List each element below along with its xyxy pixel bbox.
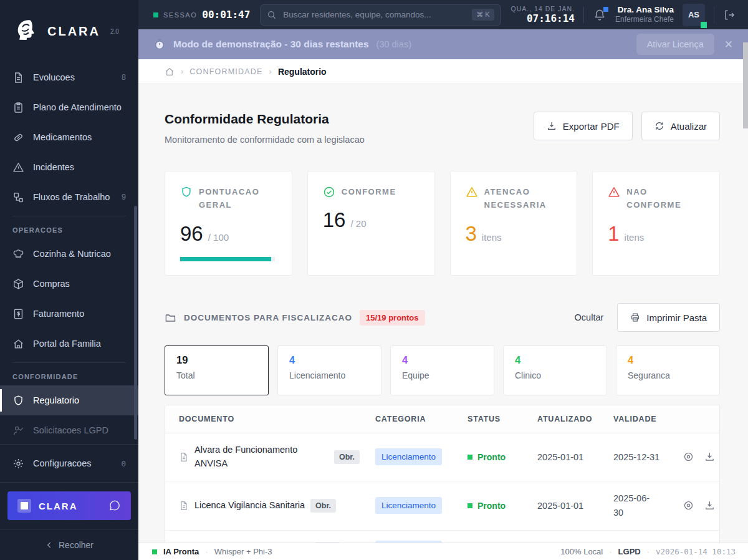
updated-date: 2025-01-01 bbox=[534, 491, 610, 521]
folder-icon bbox=[165, 312, 176, 324]
hide-link[interactable]: Ocultar bbox=[575, 312, 604, 322]
sidebar-item-configuracoes[interactable]: Configuracoes 0 bbox=[0, 445, 138, 482]
sidebar-scrollbar[interactable] bbox=[134, 206, 137, 440]
sidebar-item-medicamentos[interactable]: Medicamentos bbox=[0, 122, 138, 152]
notification-badge bbox=[603, 7, 608, 12]
mandatory-badge: Obr. bbox=[310, 499, 336, 513]
stat-card-conforme: CONFORME 16 / 20 bbox=[307, 171, 435, 276]
lgpd-label: LGPD bbox=[618, 547, 641, 556]
filter-seguranca[interactable]: 4 Seguranca bbox=[616, 345, 720, 395]
sidebar-item-fluxos-de-trabalho[interactable]: Fluxos de Trabalho 9 bbox=[0, 182, 138, 212]
table-row: AVCB - Corpo de Bombeiros Obr. Licenciam… bbox=[165, 531, 719, 543]
badge: 8 bbox=[122, 73, 126, 82]
chevron-left-icon bbox=[45, 541, 54, 549]
refresh-button[interactable]: Atualizar bbox=[641, 112, 720, 140]
sidebar-item-evolucoes[interactable]: Evolucoes 8 bbox=[0, 62, 138, 92]
warning-triangle-icon bbox=[12, 162, 24, 173]
clara-assistant-block: CLARA bbox=[0, 482, 138, 529]
app-window: CLARA 2.0 Evolucoes 8 Plano de Atendimen… bbox=[0, 0, 748, 560]
valid-date: 2025-06-30 bbox=[613, 491, 658, 520]
sidebar-item-cozinha-nutricao[interactable]: Cozinha & Nutricao bbox=[0, 239, 138, 269]
filter-equipe[interactable]: 4 Equipe bbox=[390, 345, 494, 395]
ready-count-badge: 15/19 prontos bbox=[360, 310, 425, 326]
documents-section-title: DOCUMENTOS PARA FISCALIZACAO bbox=[184, 313, 352, 322]
export-pdf-button[interactable]: Exportar PDF bbox=[534, 112, 633, 140]
status-badge: Pronto bbox=[464, 534, 534, 543]
stop-square-icon bbox=[17, 499, 31, 513]
search-input[interactable] bbox=[283, 10, 466, 19]
category-badge: Licenciamento bbox=[375, 541, 442, 543]
avatar[interactable]: AS bbox=[683, 4, 705, 26]
activate-license-button[interactable]: Ativar Licença bbox=[636, 34, 714, 55]
demo-message: Modo de demonstração - 30 dias restantes bbox=[173, 39, 369, 50]
app-title: CLARA bbox=[47, 24, 100, 39]
chat-bubble-icon bbox=[108, 500, 121, 512]
breadcrumb-current: Regulatorio bbox=[278, 67, 327, 77]
file-icon bbox=[12, 72, 24, 84]
main-scrollbar[interactable] bbox=[743, 42, 748, 128]
page-header: Conformidade Regulatoria Monitoramento d… bbox=[165, 112, 720, 145]
download-icon bbox=[547, 121, 557, 131]
global-search[interactable]: ⌘ K bbox=[260, 4, 501, 26]
status-badge: Pronto bbox=[464, 491, 534, 521]
sidebar-bottom: Configuracoes 0 CLARA Recolher bbox=[0, 444, 138, 560]
notifications-button[interactable] bbox=[593, 8, 607, 22]
valid-date: 2025-10-15 bbox=[610, 534, 679, 543]
session-status-icon bbox=[153, 12, 158, 17]
logo: CLARA 2.0 bbox=[0, 0, 138, 62]
collapse-sidebar-button[interactable]: Recolher bbox=[0, 529, 138, 560]
sidebar-item-portal-da-familia[interactable]: Portal da Familia bbox=[0, 329, 138, 359]
view-icon[interactable] bbox=[683, 500, 694, 511]
sidebar-item-incidentes[interactable]: Incidentes bbox=[0, 152, 138, 182]
stat-cards: PONTUACAO GERAL 96 / 100 CONFORME 16 bbox=[165, 171, 720, 276]
atencao-value: 3 bbox=[466, 222, 477, 246]
home-icon[interactable] bbox=[165, 67, 175, 77]
sidebar-item-compras[interactable]: Compras bbox=[0, 269, 138, 299]
filter-clinico[interactable]: 4 Clinico bbox=[503, 345, 607, 395]
section-label-operacoes: OPERACOES bbox=[0, 216, 138, 239]
topbar: SESSAO 00:01:47 ⌘ K QUA., 14 DE JAN. 07:… bbox=[138, 0, 748, 29]
filter-total[interactable]: 19 Total bbox=[165, 345, 269, 395]
view-icon[interactable] bbox=[683, 451, 694, 462]
file-icon bbox=[179, 501, 189, 511]
category-filters: 19 Total 4 Licenciamento 4 Equipe 4 Clin… bbox=[165, 345, 720, 395]
sidebar-item-plano-de-atendimento[interactable]: Plano de Atendimento bbox=[0, 92, 138, 122]
print-folder-button[interactable]: Imprimir Pasta bbox=[617, 303, 720, 332]
download-icon[interactable] bbox=[704, 451, 715, 462]
divider bbox=[714, 7, 714, 23]
printer-icon bbox=[630, 312, 640, 322]
topbar-right: QUA., 14 DE JAN. 07:16:14 Dra. Ana Silva… bbox=[511, 4, 736, 26]
demo-mode-banner: Modo de demonstração - 30 dias restantes… bbox=[138, 29, 748, 59]
stat-card-atencao-necessaria: ATENCAO NECESSARIA 3 itens bbox=[450, 171, 578, 276]
app-version: 2.0 bbox=[110, 28, 119, 35]
category-badge: Licenciamento bbox=[375, 448, 442, 465]
user-role: Enfermeira Chefe bbox=[615, 15, 674, 24]
page-title: Conformidade Regulatoria bbox=[165, 112, 365, 127]
sidebar-item-faturamento[interactable]: Faturamento bbox=[0, 299, 138, 329]
workflow-icon bbox=[12, 191, 24, 203]
document-name: Licenca Vigilancia Sanitaria bbox=[194, 499, 305, 513]
mandatory-badge: Obr. bbox=[334, 450, 360, 464]
user-info: Dra. Ana Silva Enfermeira Chefe bbox=[615, 5, 674, 25]
filter-licenciamento[interactable]: 4 Licenciamento bbox=[277, 345, 381, 395]
documents-section-header: DOCUMENTOS PARA FISCALIZACAO 15/19 pront… bbox=[165, 303, 720, 332]
logout-icon[interactable] bbox=[723, 9, 736, 21]
ai-model: Whisper + Phi-3 bbox=[214, 547, 272, 556]
table-row: Licenca Vigilancia Sanitaria Obr. Licenc… bbox=[165, 481, 719, 531]
updated-date: 2024-10-15 bbox=[534, 534, 610, 543]
category-badge: Licenciamento bbox=[375, 497, 442, 514]
divider bbox=[583, 7, 584, 23]
document-name: Alvara de Funcionamento ANVISA bbox=[194, 443, 328, 471]
mandatory-badge: Obr. bbox=[315, 542, 340, 543]
file-icon bbox=[179, 452, 189, 462]
download-icon[interactable] bbox=[704, 500, 715, 511]
badge: 9 bbox=[122, 193, 126, 201]
sidebar-item-solicitacoes-lgpd[interactable]: Solicitacoes LGPD bbox=[0, 415, 138, 444]
score-value: 96 bbox=[180, 222, 203, 246]
breadcrumb: › CONFORMIDADE › Regulatorio bbox=[138, 59, 748, 84]
refresh-icon bbox=[654, 121, 664, 131]
sidebar-item-regulatorio[interactable]: Regulatorio bbox=[0, 385, 138, 415]
clara-assistant-button[interactable]: CLARA bbox=[7, 491, 131, 520]
close-icon[interactable]: ✕ bbox=[722, 38, 736, 51]
shield-icon bbox=[12, 395, 24, 407]
